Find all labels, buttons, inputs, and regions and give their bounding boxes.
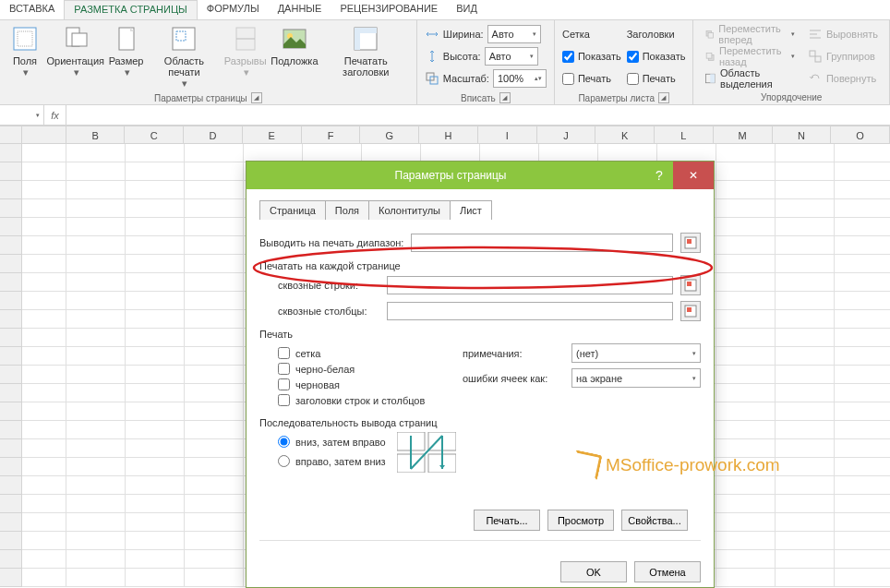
cell[interactable] xyxy=(66,439,126,458)
cell[interactable] xyxy=(835,162,890,181)
row-head[interactable] xyxy=(0,476,22,495)
chk-draft[interactable] xyxy=(278,378,290,390)
headings-show-checkbox[interactable] xyxy=(627,51,639,63)
cell[interactable] xyxy=(716,402,776,421)
cell[interactable] xyxy=(126,532,185,550)
cell[interactable] xyxy=(421,144,480,162)
col-head-j[interactable]: J xyxy=(537,126,596,143)
tab-review[interactable]: РЕЦЕНЗИРОВАНИЕ xyxy=(331,0,447,19)
cell[interactable] xyxy=(716,144,776,162)
dialog-titlebar[interactable]: Параметры страницы ? ✕ xyxy=(247,162,714,189)
cell[interactable] xyxy=(22,569,66,587)
cell[interactable] xyxy=(22,495,66,513)
cell[interactable] xyxy=(716,384,776,402)
cell[interactable] xyxy=(126,495,185,513)
col-head-h[interactable]: H xyxy=(419,126,478,143)
cell[interactable] xyxy=(716,199,776,218)
cell[interactable] xyxy=(539,144,598,162)
tab-insert[interactable]: ВСТАВКА xyxy=(0,0,64,19)
col-head-g[interactable]: G xyxy=(360,126,419,143)
cell[interactable] xyxy=(716,292,776,310)
col-head-e[interactable]: E xyxy=(243,126,302,143)
cell[interactable] xyxy=(126,458,185,476)
cell[interactable] xyxy=(126,199,185,218)
cell[interactable] xyxy=(776,550,835,569)
background-button[interactable]: Подложка xyxy=(270,22,319,68)
tab-view[interactable]: ВИД xyxy=(447,0,487,19)
row-head[interactable] xyxy=(0,513,22,532)
cell[interactable] xyxy=(22,199,66,218)
cell[interactable] xyxy=(66,569,126,587)
tab-page-layout[interactable]: РАЗМЕТКА СТРАНИЦЫ xyxy=(64,0,197,19)
cell[interactable] xyxy=(835,495,890,513)
cell[interactable] xyxy=(776,384,835,402)
cols-repeat-picker[interactable] xyxy=(680,301,701,321)
cell[interactable] xyxy=(185,218,244,236)
col-head-c[interactable]: C xyxy=(125,126,184,143)
cell[interactable] xyxy=(716,421,776,439)
send-backward-button[interactable]: Переместить назад▾ xyxy=(701,46,798,66)
cell[interactable] xyxy=(835,144,890,162)
cell[interactable] xyxy=(22,144,66,162)
cell[interactable] xyxy=(126,513,185,532)
cell[interactable] xyxy=(185,439,244,458)
tab-margins[interactable]: Поля xyxy=(325,200,369,220)
cell[interactable] xyxy=(22,218,66,236)
cell[interactable] xyxy=(776,347,835,366)
row-head[interactable] xyxy=(0,421,22,439)
cell[interactable] xyxy=(716,255,776,273)
cell[interactable] xyxy=(835,513,890,532)
col-head-b[interactable]: B xyxy=(66,126,126,143)
cell[interactable] xyxy=(22,402,66,421)
col-head-l[interactable]: L xyxy=(655,126,714,143)
gridlines-show-checkbox[interactable] xyxy=(562,51,574,63)
cell[interactable] xyxy=(66,144,126,162)
rows-repeat-picker[interactable] xyxy=(680,275,701,295)
cell[interactable] xyxy=(776,181,835,199)
cell[interactable] xyxy=(835,476,890,495)
cell[interactable] xyxy=(22,458,66,476)
fit-dialog-launcher[interactable]: ◢ xyxy=(499,92,511,103)
cell[interactable] xyxy=(185,329,244,347)
row-head[interactable] xyxy=(0,366,22,384)
cell[interactable] xyxy=(185,495,244,513)
cell[interactable] xyxy=(185,236,244,255)
cell[interactable] xyxy=(22,273,66,292)
cell[interactable] xyxy=(185,402,244,421)
cell[interactable] xyxy=(66,218,126,236)
cell[interactable] xyxy=(66,421,126,439)
cell[interactable] xyxy=(126,550,185,569)
cell[interactable] xyxy=(126,162,185,181)
cell[interactable] xyxy=(776,162,835,181)
cols-repeat-input[interactable] xyxy=(387,302,673,320)
fx-button[interactable]: fx xyxy=(44,105,66,125)
cell[interactable] xyxy=(126,144,185,162)
cell[interactable] xyxy=(66,292,126,310)
cell[interactable] xyxy=(716,439,776,458)
cell[interactable] xyxy=(776,273,835,292)
cell[interactable] xyxy=(716,366,776,384)
chk-headings[interactable] xyxy=(278,394,290,406)
row-head[interactable] xyxy=(0,439,22,458)
width-combo[interactable]: Авто▾ xyxy=(487,25,541,43)
cell[interactable] xyxy=(835,199,890,218)
bring-forward-button[interactable]: Переместить вперед▾ xyxy=(701,24,798,44)
cancel-button[interactable]: Отмена xyxy=(634,561,701,582)
preview-button[interactable]: Просмотр xyxy=(547,510,614,531)
cell[interactable] xyxy=(776,366,835,384)
cell[interactable] xyxy=(835,532,890,550)
print-area-button[interactable]: Область печати▾ xyxy=(148,22,222,90)
cell[interactable] xyxy=(126,402,185,421)
row-head[interactable] xyxy=(0,181,22,199)
cell[interactable] xyxy=(776,421,835,439)
cell[interactable] xyxy=(66,532,126,550)
margins-button[interactable]: Поля▾ xyxy=(6,22,44,79)
cell[interactable] xyxy=(126,476,185,495)
cell[interactable] xyxy=(22,550,66,569)
cell[interactable] xyxy=(776,310,835,329)
cell[interactable] xyxy=(776,513,835,532)
cell[interactable] xyxy=(776,476,835,495)
name-box[interactable]: ▾ xyxy=(0,105,44,125)
cell[interactable] xyxy=(776,292,835,310)
cell[interactable] xyxy=(185,181,244,199)
